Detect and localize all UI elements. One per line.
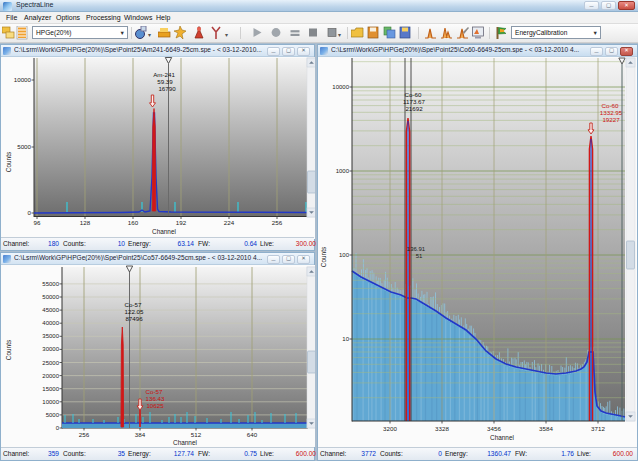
svg-text:19227: 19227	[602, 116, 620, 123]
svg-text:Co-57: Co-57	[125, 301, 142, 308]
svg-text:128: 128	[80, 219, 91, 226]
svg-text:45000: 45000	[42, 307, 59, 313]
svg-text:384: 384	[135, 431, 146, 438]
svg-text:256: 256	[79, 431, 90, 438]
svg-text:Counts: Counts	[5, 340, 12, 360]
svg-text:Counts: Counts	[5, 152, 12, 172]
svg-text:192: 192	[176, 219, 187, 226]
svg-text:1000: 1000	[336, 168, 350, 174]
svg-text:Channel: Channel	[152, 228, 176, 235]
svg-text:30000: 30000	[42, 346, 59, 352]
svg-text:Co-60: Co-60	[405, 91, 422, 98]
svg-text:59.39: 59.39	[157, 78, 173, 85]
svg-text:10: 10	[342, 336, 349, 342]
svg-text:3456: 3456	[487, 425, 501, 432]
svg-text:3328: 3328	[435, 425, 449, 432]
svg-text:10000: 10000	[332, 84, 349, 90]
svg-text:Co-57: Co-57	[146, 388, 163, 395]
svg-text:96: 96	[34, 219, 41, 226]
svg-text:87496: 87496	[125, 315, 143, 322]
svg-text:256: 256	[272, 219, 283, 226]
svg-text:10000: 10000	[42, 399, 59, 405]
svg-text:16790: 16790	[158, 85, 176, 92]
svg-text:136.91: 136.91	[407, 246, 426, 252]
svg-text:10625: 10625	[146, 402, 164, 409]
svg-text:55000: 55000	[42, 281, 59, 287]
svg-text:3584: 3584	[539, 425, 553, 432]
svg-text:640: 640	[247, 431, 258, 438]
svg-text:5000: 5000	[46, 412, 60, 418]
svg-text:100: 100	[339, 252, 350, 258]
svg-text:1332.95: 1332.95	[600, 109, 623, 116]
svg-text:Counts: Counts	[320, 247, 327, 267]
svg-text:40000: 40000	[42, 320, 59, 326]
svg-text:21692: 21692	[405, 105, 423, 112]
svg-text:35000: 35000	[42, 333, 59, 339]
svg-text:Am-241: Am-241	[153, 71, 175, 78]
svg-text:0: 0	[28, 209, 32, 216]
svg-text:512: 512	[191, 431, 202, 438]
svg-text:20000: 20000	[42, 373, 59, 379]
svg-text:Co-60: Co-60	[602, 102, 619, 109]
svg-text:25000: 25000	[42, 360, 59, 366]
svg-text:122.05: 122.05	[125, 308, 144, 315]
svg-text:51: 51	[416, 253, 423, 259]
svg-text:136.43: 136.43	[146, 395, 165, 402]
svg-text:160: 160	[128, 219, 139, 226]
svg-text:3712: 3712	[591, 425, 605, 432]
svg-text:10000: 10000	[14, 76, 32, 83]
svg-text:1173.67: 1173.67	[403, 98, 425, 105]
svg-text:Channel: Channel	[173, 439, 197, 446]
svg-text:Channel: Channel	[490, 434, 514, 441]
svg-text:15000: 15000	[42, 386, 59, 392]
svg-text:3200: 3200	[383, 425, 397, 432]
svg-text:5000: 5000	[17, 143, 31, 150]
svg-text:50000: 50000	[42, 294, 59, 300]
svg-text:224: 224	[224, 219, 235, 226]
